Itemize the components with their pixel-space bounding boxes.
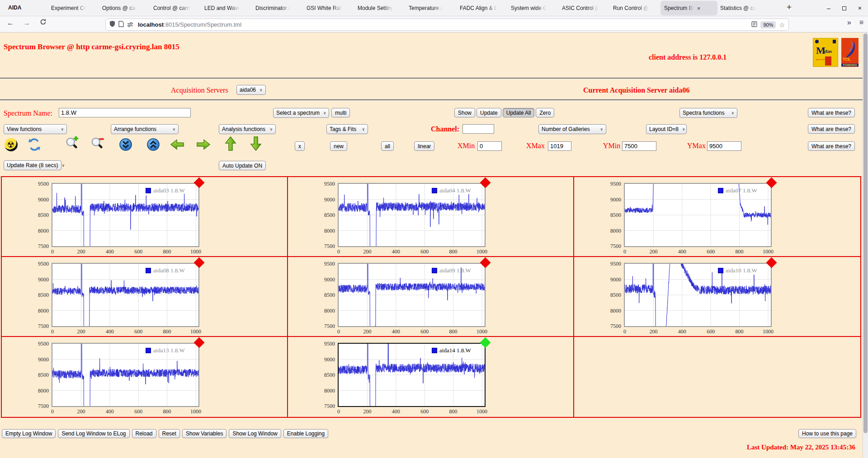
- tab-spectrum-br[interactable]: Spectrum Br×: [661, 1, 717, 15]
- empty-log-window-button[interactable]: Empty Log Window: [2, 429, 56, 438]
- arrow-up-icon[interactable]: [223, 136, 238, 151]
- analysis-functions-dropdown[interactable]: Analysis functions∨: [219, 124, 276, 134]
- shrink-vertical-icon[interactable]: [118, 137, 133, 152]
- forward-icon[interactable]: →: [20, 19, 33, 27]
- tab-gsi-white-rab[interactable]: GSI White Rab: [303, 1, 354, 15]
- xmin-input[interactable]: [477, 141, 502, 151]
- scrollbar-thumb[interactable]: [863, 33, 868, 433]
- ymin-input[interactable]: [622, 141, 656, 151]
- channel-input[interactable]: [462, 124, 494, 134]
- zoom-level-chip[interactable]: 90%: [760, 21, 776, 28]
- spectrum-cell-aida03[interactable]: 7500800085009000950002004006008001000aid…: [2, 177, 288, 257]
- x-tick-label: 400: [101, 248, 119, 255]
- how-to-use-button[interactable]: How to use this page: [798, 429, 856, 438]
- acquisition-server-select[interactable]: aida06∨: [236, 85, 266, 95]
- spectrum-cell-aida09[interactable]: 7500800085009000950002004006008001000aid…: [288, 257, 574, 337]
- reset-button[interactable]: Reset: [159, 429, 180, 438]
- tab-run-control[interactable]: Run Control @: [610, 1, 661, 15]
- new-button[interactable]: new: [330, 141, 347, 151]
- spectrum-cell-aida07[interactable]: 7500800085009000950002004006008001000aid…: [574, 177, 860, 257]
- tcl-logo-text: TCL: [843, 57, 851, 61]
- show-log-window-button[interactable]: Show Log Window: [229, 429, 281, 438]
- tab-system-wide-c[interactable]: System wide C: [508, 1, 559, 15]
- tab-label: Options @ car: [102, 5, 137, 11]
- legend-aida13: aida13 1.8.W: [146, 347, 185, 354]
- tab-close-icon[interactable]: ×: [697, 5, 701, 12]
- spectrum-name-input[interactable]: [59, 108, 191, 117]
- permissions-icon[interactable]: [127, 21, 133, 29]
- show-button[interactable]: Show: [454, 108, 475, 117]
- spectra-functions-dropdown[interactable]: Spectra functions∨: [679, 108, 737, 118]
- zoom-in-icon[interactable]: [65, 136, 80, 151]
- tcl-powered-logo[interactable]: TCL POWERED: [841, 38, 859, 67]
- multi-button[interactable]: multi: [331, 108, 350, 117]
- layout-id-dropdown[interactable]: Layout ID=8∨: [646, 124, 687, 134]
- send-log-window-to-elog-button[interactable]: Send Log Window to ELog: [58, 429, 129, 438]
- arrange-functions-dropdown[interactable]: Arrange functions∨: [111, 124, 179, 134]
- all-button[interactable]: all: [381, 141, 394, 151]
- tab-control-carm[interactable]: Control @ carm: [150, 1, 201, 15]
- what-are-these-button[interactable]: What are these?: [808, 141, 855, 151]
- tab-asic-control-c[interactable]: ASIC Control (c: [559, 1, 610, 15]
- page-info-icon[interactable]: [118, 21, 124, 29]
- expand-vertical-icon[interactable]: [146, 137, 160, 152]
- tab-experiment-co[interactable]: Experiment Co: [48, 1, 99, 15]
- enable-logging-button[interactable]: Enable Logging: [283, 429, 328, 438]
- overflow-menu-icon[interactable]: »: [847, 19, 851, 27]
- zoom-out-icon[interactable]: [90, 136, 105, 151]
- restore-icon[interactable]: [842, 6, 846, 10]
- update-all-button[interactable]: Update All: [503, 108, 535, 117]
- zero-button[interactable]: Zero: [536, 108, 554, 117]
- page-scrollbar[interactable]: [863, 33, 868, 458]
- tab-options-car[interactable]: Options @ car: [99, 1, 150, 15]
- tab-fadc-align-c[interactable]: FADC Align & C: [457, 1, 508, 15]
- reader-mode-icon[interactable]: [751, 21, 757, 29]
- url-text[interactable]: localhost:8015/Spectrum/Spectrum.tml: [138, 21, 241, 28]
- what-are-these-button[interactable]: What are these?: [808, 124, 855, 134]
- new-tab-button[interactable]: +: [787, 2, 792, 12]
- x-axis-button[interactable]: x: [295, 141, 305, 151]
- bookmark-star-icon[interactable]: ☆: [779, 21, 785, 28]
- spectrum-cell-aida04[interactable]: 7500800085009000950002004006008001000aid…: [288, 177, 574, 257]
- tab-statistics-ca[interactable]: Statistics @ ca: [717, 1, 768, 15]
- number-of-galleries-dropdown[interactable]: Number of Galleries∨: [538, 124, 606, 134]
- update-button[interactable]: Update: [476, 108, 501, 117]
- arrow-down-icon[interactable]: [249, 136, 263, 151]
- tab-module-setting[interactable]: Module Setting: [354, 1, 406, 15]
- linear-button[interactable]: linear: [414, 141, 434, 151]
- refresh-icon[interactable]: [27, 137, 42, 152]
- y-tick-label: 9000: [600, 196, 621, 203]
- close-icon[interactable]: ×: [858, 5, 862, 12]
- minimize-icon[interactable]: –: [827, 5, 830, 12]
- arrow-left-icon[interactable]: [170, 137, 184, 152]
- shield-icon[interactable]: [109, 20, 115, 29]
- what-are-these-button[interactable]: What are these?: [808, 108, 855, 117]
- hamburger-menu-icon[interactable]: ≡: [859, 19, 863, 27]
- back-icon[interactable]: ←: [4, 19, 17, 27]
- tab-temperature-a[interactable]: Temperature a: [406, 1, 457, 15]
- radiation-icon[interactable]: ☢: [4, 137, 18, 152]
- y-tick-label: 9500: [28, 261, 49, 267]
- tags-fits-dropdown[interactable]: Tags & Fits∨: [326, 124, 368, 134]
- spectrum-cell-aida10[interactable]: 7500800085009000950002004006008001000aid…: [574, 257, 860, 337]
- xmax-input[interactable]: [548, 141, 571, 151]
- reload-button[interactable]: Reload: [132, 429, 156, 438]
- auto-update-button[interactable]: Auto Update ON: [219, 161, 266, 170]
- spectrum-cell-aida13[interactable]: 7500800085009000950002004006008001000aid…: [2, 337, 288, 417]
- last-updated-text: Last Updated: May 22, 2025 13:45:36: [747, 444, 855, 451]
- select-spectrum-dropdown[interactable]: Select a spectrum∨: [273, 108, 329, 118]
- reload-icon[interactable]: [36, 19, 50, 27]
- legend-label: aida09 1.8.W: [439, 267, 471, 274]
- y-tick-label: 9500: [314, 181, 335, 187]
- tab-discriminator-c[interactable]: Discriminator c: [252, 1, 303, 15]
- url-bar[interactable]: localhost:8015/Spectrum/Spectrum.tml 90%…: [105, 19, 789, 31]
- tab-led-and-wave[interactable]: LED and Wave: [201, 1, 252, 15]
- update-rate-dropdown[interactable]: Update Rate (8 secs)∨: [4, 160, 61, 170]
- spectrum-cell-aida08[interactable]: 7500800085009000950002004006008001000aid…: [2, 257, 288, 337]
- arrow-right-icon[interactable]: [196, 137, 211, 152]
- midas-logo[interactable]: M idas powered by: [813, 38, 838, 67]
- view-functions-dropdown[interactable]: View functions∨: [4, 124, 67, 134]
- spectrum-cell-aida14[interactable]: 7500800085009000950002004006008001000aid…: [288, 337, 574, 417]
- show-variables-button[interactable]: Show Variables: [182, 429, 227, 438]
- ymax-input[interactable]: [707, 141, 741, 151]
